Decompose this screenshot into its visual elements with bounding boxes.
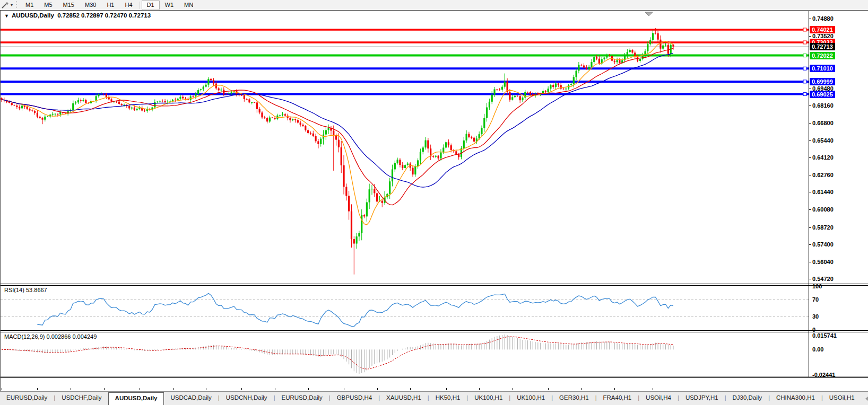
price-axis-tick <box>809 36 811 37</box>
current-price-label: 0.72713 <box>810 43 835 50</box>
timeframe-button-mn[interactable]: MN <box>179 0 198 10</box>
price-axis-tick <box>809 262 811 262</box>
timeframe-button-h1[interactable]: H1 <box>101 0 119 10</box>
price-axis-label: 0.60080 <box>812 206 834 213</box>
draw-tool-icon[interactable] <box>1 2 10 9</box>
time-axis-tick <box>140 388 140 390</box>
price-axis-tick <box>809 175 811 175</box>
price-chart-plot[interactable] <box>1 11 809 284</box>
time-axis-tick <box>344 388 344 390</box>
chart-tab-fra40-h1[interactable]: FRA40,H1 <box>597 392 638 405</box>
chart-tab-usoil-h1[interactable]: USOil,H1 <box>823 392 861 405</box>
price-axis-tick <box>809 89 811 89</box>
price-axis-tick <box>809 105 811 106</box>
toolbar-separator <box>140 2 140 9</box>
timeframe-button-d1[interactable]: D1 <box>142 0 160 10</box>
price-line-label: 0.74021 <box>810 26 835 33</box>
rsi-line <box>37 293 673 326</box>
chart-tab-audusd-daily[interactable]: AUDUSD,Daily <box>108 392 164 405</box>
macd-signal-line <box>2 337 673 369</box>
sma-34-line <box>2 53 673 187</box>
panel-separator[interactable] <box>1 376 868 378</box>
chart-tab-usdjpy-h1[interactable]: USDJPY,H1 <box>679 392 725 405</box>
price-lines-layer <box>1 28 809 96</box>
price-line-label: 0.69999 <box>810 78 835 85</box>
timeframe-button-m1[interactable]: M1 <box>20 0 39 10</box>
price-axis-line <box>809 11 809 377</box>
dropdown-arrow-icon[interactable]: ▾ <box>11 3 13 7</box>
macd-axis-label: 0.015741 <box>812 332 837 339</box>
time-axis-tick <box>548 388 549 390</box>
price-axis-label: 0.57400 <box>812 241 834 248</box>
price-line-label: 0.72022 <box>810 52 835 59</box>
candles-layer <box>1 28 674 275</box>
chart-window: ▼AUDUSD,Daily 0.72852 0.72897 0.72470 0.… <box>0 10 868 391</box>
price-axis-tick <box>809 227 811 228</box>
time-axis-tick <box>37 388 38 390</box>
price-line-label: 0.69025 <box>810 91 835 98</box>
price-axis-label: 0.61440 <box>812 189 834 196</box>
timeframe-button-h4[interactable]: H4 <box>119 0 137 10</box>
tabs-scroll-left-icon[interactable] <box>865 397 868 401</box>
timeframe-button-m5[interactable]: M5 <box>39 0 57 10</box>
price-axis-label: 0.74880 <box>812 15 834 22</box>
chart-tab-ger30-h1[interactable]: GER30,H1 <box>553 392 595 405</box>
chart-tab-china300-h1[interactable]: CHINA300,H1 <box>770 392 821 405</box>
toolbar-grip[interactable] <box>16 1 17 9</box>
rsi-axis-label: 30 <box>812 313 819 320</box>
price-axis-label: 0.58720 <box>812 224 834 231</box>
price-axis-label: 0.62760 <box>812 172 834 179</box>
timeframe-button-w1[interactable]: W1 <box>160 0 179 10</box>
time-axis-tick <box>2 388 2 390</box>
price-axis-tick <box>809 244 811 245</box>
chart-symbol-label: AUDUSD,Daily <box>12 12 54 19</box>
macd-histogram-layer <box>2 334 673 374</box>
price-axis-tick <box>809 123 811 124</box>
time-axis-tick <box>513 388 513 390</box>
price-axis-tick <box>809 209 811 210</box>
chart-tab-usdcad-daily[interactable]: USDCAD,Daily <box>164 392 218 405</box>
timeframe-button-m30[interactable]: M30 <box>80 0 101 10</box>
chart-tab-eurusd-daily[interactable]: EURUSD,Daily <box>275 392 328 405</box>
price-axis-label: 0.54720 <box>812 276 834 283</box>
price-axis-tick <box>809 140 811 141</box>
price-axis-label: 0.68160 <box>812 102 834 109</box>
time-axis-tick <box>410 388 411 390</box>
chart-tab-hk50-h1[interactable]: HK50,H1 <box>429 392 467 405</box>
time-axis-tick <box>377 388 378 390</box>
macd-axis-label: 0.00 <box>812 346 823 353</box>
chart-tab-dj30-daily[interactable]: DJ30,Daily <box>726 392 769 405</box>
chart-tab-usdchf-daily[interactable]: USDCHF,Daily <box>55 392 108 405</box>
time-axis-tick <box>71 388 71 390</box>
time-axis-tick <box>653 388 653 390</box>
time-axis-tick <box>581 388 582 390</box>
price-line-label: 0.71010 <box>810 65 835 72</box>
chart-title: ▼AUDUSD,Daily 0.72852 0.72897 0.72470 0.… <box>4 12 151 19</box>
time-axis-tick <box>104 388 105 390</box>
chart-tab-usoil-h4[interactable]: USOil,H4 <box>639 392 678 405</box>
chart-tab-bar: EURUSD,Daily|USDCHF,DailyAUDUSD,DailyUSD… <box>0 391 868 405</box>
time-axis-tick <box>275 388 275 390</box>
chart-shift-marker-icon[interactable] <box>645 12 653 16</box>
chart-tab-uk100-h1[interactable]: UK100,H1 <box>510 392 551 405</box>
macd-axis-label: -0.02441 <box>812 372 835 378</box>
price-axis-tick <box>809 19 811 19</box>
chart-tab-gbpusd-h4[interactable]: GBPUSD,H4 <box>331 392 378 405</box>
time-axis-tick <box>446 388 447 390</box>
chart-tab-xauusd-h1[interactable]: XAUUSD,H1 <box>380 392 428 405</box>
rsi-panel-plot[interactable] <box>1 286 809 330</box>
chart-tab-uk100-h1[interactable]: UK100,H1 <box>468 392 509 405</box>
price-axis-label: 0.65440 <box>812 137 834 144</box>
time-axis-tick <box>206 388 206 390</box>
macd-panel-plot[interactable] <box>1 332 809 376</box>
rsi-axis-label: 100 <box>812 283 822 290</box>
rsi-axis-label: 70 <box>812 296 819 303</box>
chart-tab-usdcnh-daily[interactable]: USDCNH,Daily <box>220 392 274 405</box>
price-axis-tick <box>809 192 811 192</box>
timeframe-toolbar: ▾ M1M5M15M30H1H4D1W1MN <box>0 0 868 11</box>
timeframe-button-m15[interactable]: M15 <box>58 0 80 10</box>
time-axis-tick <box>173 388 173 390</box>
symbol-dropdown-icon[interactable]: ▼ <box>4 13 9 19</box>
chart-tab-eurusd-daily[interactable]: EURUSD,Daily <box>0 392 54 405</box>
rsi-header: RSI(14) 53.8667 <box>4 287 47 293</box>
